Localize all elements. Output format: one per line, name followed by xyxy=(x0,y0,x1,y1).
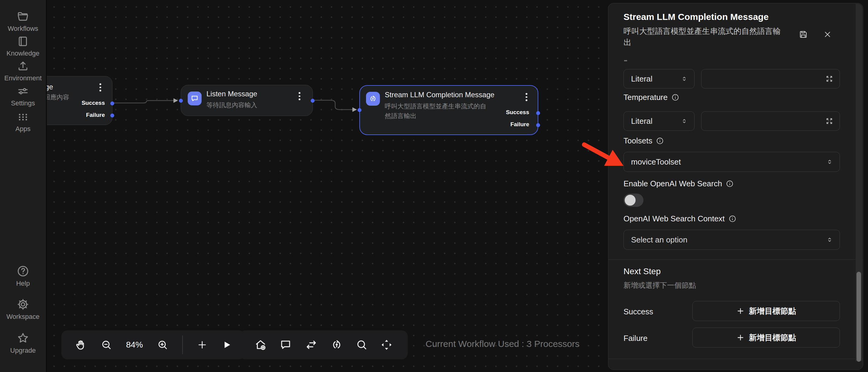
pan-hand-icon[interactable] xyxy=(75,339,87,351)
run-workflow-icon[interactable] xyxy=(221,340,232,350)
sidebar-item-knowledge[interactable]: Knowledge xyxy=(0,35,46,57)
port-input[interactable] xyxy=(358,108,362,112)
panel-scrollbar-track[interactable] xyxy=(856,4,862,361)
sidebar-item-apps[interactable]: Apps xyxy=(0,110,46,133)
node-config-panel: Stream LLM Completion Message 呼叫大型語言模型並產… xyxy=(608,3,863,370)
sidebar-item-settings[interactable]: Settings xyxy=(0,85,46,107)
info-icon[interactable] xyxy=(656,137,664,145)
port-success[interactable] xyxy=(536,111,540,115)
temperature-type-select[interactable]: Literal xyxy=(623,111,694,131)
sidebar-label: Settings xyxy=(11,99,35,107)
upload-icon xyxy=(17,60,29,72)
sidebar-item-upgrade[interactable]: Upgrade xyxy=(0,332,46,354)
label-text: Temperature xyxy=(623,93,668,102)
node-title: Stream LLM Completion Message xyxy=(385,91,494,99)
section-divider xyxy=(609,259,863,260)
node-listen-message[interactable]: Listen Message 等待訊息內容輸入 xyxy=(181,85,313,116)
chevron-up-down-icon xyxy=(680,117,688,125)
panel-description: 呼叫大型語言模型並產生串流式的自然語言輸出 xyxy=(623,26,788,48)
swap-arrows-icon[interactable] xyxy=(305,338,318,351)
label-text: OpenAI Web Search Context xyxy=(623,214,725,224)
sliders-icon xyxy=(17,85,29,98)
output-label-failure: Failure xyxy=(510,121,529,128)
close-icon[interactable] xyxy=(823,30,832,40)
add-target-node-success-button[interactable]: 新增目標節點 xyxy=(692,301,840,321)
node-subtitle: 呼叫大型語言模型並產生串流式的自然語言輸出 xyxy=(385,101,486,121)
sidebar-label: Environment xyxy=(4,74,42,82)
star-icon xyxy=(16,332,30,345)
sidebar-label: Workflows xyxy=(7,25,38,33)
select-value: Literal xyxy=(624,74,680,83)
toolset-select[interactable]: moviceToolset xyxy=(623,152,840,172)
button-label: 新增目標節點 xyxy=(749,306,796,316)
node-menu-kebab-icon[interactable] xyxy=(299,92,301,101)
workflow-usage-status: Current Workflow Used : 3 Processors xyxy=(426,339,580,349)
add-target-node-failure-button[interactable]: 新增目標節點 xyxy=(692,328,840,347)
port-success[interactable] xyxy=(110,101,114,105)
sidebar-label: Knowledge xyxy=(7,49,39,57)
chevron-up-down-icon xyxy=(826,236,834,244)
search-icon[interactable] xyxy=(356,339,368,351)
add-node-icon[interactable] xyxy=(197,339,208,350)
web-search-toggle[interactable] xyxy=(623,194,644,207)
book-icon xyxy=(17,35,29,48)
folder-icon xyxy=(17,10,29,23)
save-icon[interactable] xyxy=(798,29,808,41)
zoom-level: 84% xyxy=(126,340,143,350)
plus-icon xyxy=(736,333,745,342)
sidebar-label: Apps xyxy=(16,125,31,133)
chat-bubble-icon[interactable] xyxy=(279,338,292,351)
gear-icon xyxy=(16,298,30,311)
port-failure[interactable] xyxy=(536,123,540,127)
next-step-failure-label: Failure xyxy=(623,334,647,343)
info-icon[interactable] xyxy=(728,215,737,223)
sidebar-label: Upgrade xyxy=(10,347,36,354)
home-add-icon[interactable] xyxy=(254,338,267,351)
next-step-subtitle: 新增或選擇下一個節點 xyxy=(623,280,696,290)
next-step-success-label: Success xyxy=(623,307,653,316)
value-type-select[interactable]: Literal xyxy=(623,69,694,89)
web-search-context-select[interactable]: Select an option xyxy=(623,230,840,250)
node-subtitle: 等待訊息內容輸入 xyxy=(207,100,257,110)
window-edge-strip xyxy=(863,0,868,372)
ai-refresh-icon[interactable] xyxy=(330,338,343,351)
node-subtitle: 回應內容 xyxy=(44,92,69,102)
app-sidebar: Workflows Knowledge Environment Settings… xyxy=(0,0,47,372)
sidebar-item-workspace[interactable]: Workspace xyxy=(0,298,46,321)
node-title: Listen Message xyxy=(207,90,257,98)
help-icon xyxy=(16,265,30,278)
label-text: Toolsets xyxy=(623,136,652,145)
temperature-input[interactable] xyxy=(701,111,840,131)
label-text: Enable OpenAI Web Search xyxy=(623,179,722,189)
select-value: Literal xyxy=(624,116,680,126)
output-label-failure: Failure xyxy=(86,112,105,119)
panel-title: Stream LLM Completion Message xyxy=(623,12,769,22)
panel-scrollbar-thumb[interactable] xyxy=(857,272,861,362)
sidebar-item-environment[interactable]: Environment xyxy=(0,60,46,82)
output-label-success: Success xyxy=(506,109,529,116)
info-icon[interactable] xyxy=(671,93,679,101)
select-value: moviceToolset xyxy=(624,157,826,167)
select-placeholder: Select an option xyxy=(624,235,826,245)
port-failure[interactable] xyxy=(110,113,114,117)
sidebar-item-workflows[interactable]: Workflows xyxy=(0,10,46,33)
node-stream-llm-completion[interactable]: Stream LLM Completion Message 呼叫大型語言模型並產… xyxy=(359,85,538,135)
zoom-in-icon[interactable] xyxy=(157,339,168,350)
prompt-input[interactable] xyxy=(701,69,840,89)
chat-bubble-icon xyxy=(188,92,202,105)
port-output[interactable] xyxy=(311,99,315,103)
clipped-scroll-content xyxy=(624,60,627,61)
node-menu-kebab-icon[interactable] xyxy=(99,83,101,92)
fit-view-icon[interactable] xyxy=(380,338,393,351)
canvas-zoom-toolbar: 84% xyxy=(61,330,245,359)
expand-icon[interactable] xyxy=(825,117,834,125)
zoom-out-icon[interactable] xyxy=(101,339,112,350)
sidebar-label: Help xyxy=(16,280,30,288)
port-input[interactable] xyxy=(179,99,183,103)
sidebar-item-help[interactable]: Help xyxy=(0,265,46,288)
node-menu-kebab-icon[interactable] xyxy=(526,93,527,101)
expand-icon[interactable] xyxy=(825,75,834,83)
ai-refresh-icon xyxy=(366,92,380,106)
toolbar-divider xyxy=(182,335,183,354)
info-icon[interactable] xyxy=(726,180,734,188)
